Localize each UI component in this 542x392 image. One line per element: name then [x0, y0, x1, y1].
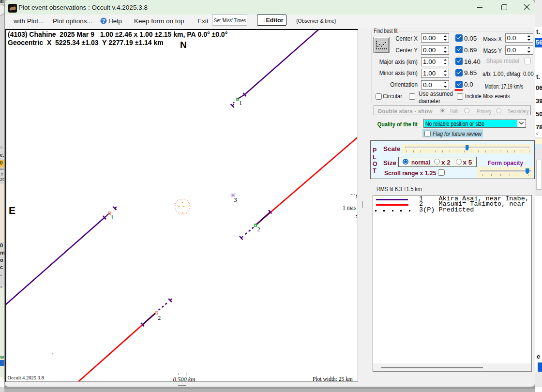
- svg-text:N: N: [180, 40, 187, 50]
- svg-text:1 mas: 1 mas: [343, 205, 356, 211]
- svg-text:1: 1: [110, 214, 113, 221]
- svg-text:?: ?: [102, 18, 105, 24]
- svg-text:2: 2: [158, 315, 161, 321]
- svg-text:0.500 km: 0.500 km: [173, 376, 195, 382]
- svg-text:Occult 4.2025.3.8: Occult 4.2025.3.8: [7, 375, 44, 380]
- svg-text:Plot width: 25 km: Plot width: 25 km: [313, 376, 353, 382]
- svg-text:E: E: [9, 205, 15, 216]
- svg-text:2: 2: [257, 226, 260, 233]
- svg-text:1: 1: [239, 100, 242, 106]
- svg-text:3: 3: [234, 196, 237, 203]
